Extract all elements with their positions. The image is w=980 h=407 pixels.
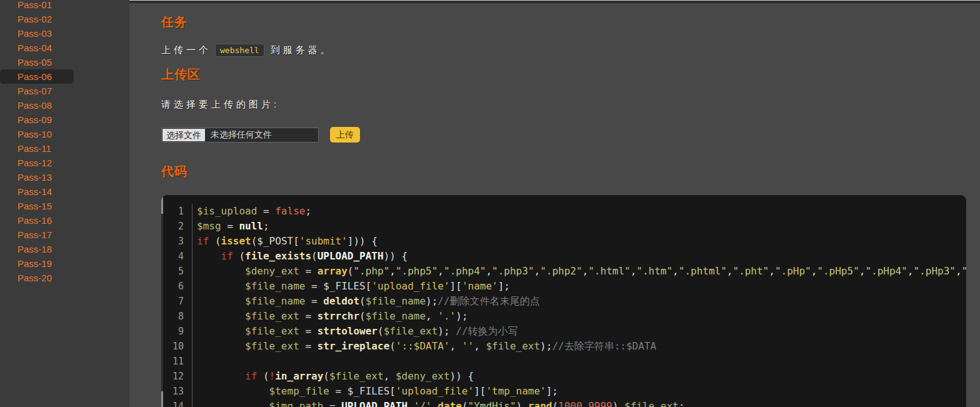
- sidebar-item-pass-18[interactable]: Pass-18: [0, 242, 129, 256]
- sidebar-item-pass-08[interactable]: Pass-08: [0, 98, 129, 113]
- sidebar-item-pass-20[interactable]: Pass-20: [0, 271, 129, 285]
- code-line: 4 if (file_exists(UPLOAD_PATH)) {: [161, 249, 966, 264]
- sidebar-item-pass-04[interactable]: Pass-04: [0, 41, 129, 55]
- code-text: $is_upload = false;: [197, 204, 311, 219]
- sidebar-item-pass-12[interactable]: Pass-12: [0, 156, 129, 170]
- line-number: 11: [161, 354, 192, 369]
- code-line: 5 $deny_ext = array(".php",".php5",".php…: [161, 264, 966, 279]
- sidebar-item-pass-11[interactable]: Pass-11: [0, 141, 129, 156]
- code-text: $msg = null;: [197, 219, 269, 234]
- line-number: 7: [161, 294, 192, 309]
- code-text: $temp_file = $_FILES['upload_file']['tmp…: [197, 384, 558, 399]
- line-number: 14: [161, 399, 192, 407]
- task-text: 上传一个 webshell 到服务器。: [161, 44, 980, 57]
- file-input[interactable]: 选择文件 未选择任何文件: [161, 128, 319, 143]
- sidebar-item-pass-19[interactable]: Pass-19: [0, 256, 129, 271]
- sidebar-item-pass-01[interactable]: Pass-01: [0, 0, 129, 12]
- code-text: $file_name = deldot($file_name);//删除文件名末…: [197, 294, 540, 309]
- upload-prompt: 请选择要上传的图片:: [161, 99, 980, 111]
- code-text: if (!in_array($file_ext, $deny_ext)) {: [197, 369, 474, 384]
- sidebar-item-pass-10[interactable]: Pass-10: [0, 127, 129, 141]
- code-block: 1$is_upload = false;2$msg = null;3if (is…: [161, 195, 966, 407]
- code-line: 6 $file_name = $_FILES['upload_file']['n…: [161, 279, 966, 294]
- sidebar-item-pass-17[interactable]: Pass-17: [0, 228, 129, 242]
- code-scrollbar-thumb-lower[interactable]: [161, 391, 163, 407]
- line-number: 3: [161, 234, 192, 249]
- sidebar-item-pass-16[interactable]: Pass-16: [0, 213, 129, 228]
- sidebar-item-pass-15[interactable]: Pass-15: [0, 199, 129, 213]
- code-text: $img_path = UPLOAD_PATH.'/'.date("YmdHis…: [197, 399, 684, 407]
- code-text: $file_ext = strtolower($file_ext); //转换为…: [197, 324, 518, 339]
- upload-heading: 上传区: [161, 66, 980, 83]
- sidebar-item-pass-03[interactable]: Pass-03: [0, 26, 129, 41]
- code-text: $file_name = $_FILES['upload_file']['nam…: [197, 279, 510, 294]
- code-line: 2$msg = null;: [161, 219, 966, 234]
- code-line: 1$is_upload = false;: [161, 204, 966, 219]
- sidebar-item-pass-09[interactable]: Pass-09: [0, 113, 129, 127]
- file-input-filename: 未选择任何文件: [206, 129, 272, 141]
- sidebar-nav: Pass-01Pass-02Pass-03Pass-04Pass-05Pass-…: [0, 0, 129, 285]
- line-number: 5: [161, 264, 192, 279]
- code-scrollbar-thumb[interactable]: [161, 195, 163, 214]
- line-number: 10: [161, 339, 192, 354]
- code-heading: 代码: [161, 163, 980, 180]
- line-number: 4: [161, 249, 192, 264]
- main-content: 任务 上传一个 webshell 到服务器。 上传区 请选择要上传的图片: 选择…: [129, 0, 980, 407]
- code-line: 13 $temp_file = $_FILES['upload_file']['…: [161, 384, 966, 399]
- code-text: $file_ext = str_ireplace('::$DATA', '', …: [197, 339, 656, 354]
- sidebar-item-pass-14[interactable]: Pass-14: [0, 184, 129, 199]
- code-text: if (isset($_POST['submit'])) {: [197, 234, 378, 249]
- task-text-before: 上传一个: [161, 44, 211, 56]
- sidebar-item-pass-13[interactable]: Pass-13: [0, 170, 129, 184]
- code-text: $deny_ext = array(".php",".php5",".php4"…: [197, 264, 966, 279]
- sidebar-item-pass-07[interactable]: Pass-07: [0, 84, 129, 98]
- code-line: 9 $file_ext = strtolower($file_ext); //转…: [161, 324, 966, 339]
- code-text: if (file_exists(UPLOAD_PATH)) {: [197, 249, 408, 264]
- line-number: 13: [161, 384, 192, 399]
- sidebar-item-pass-02[interactable]: Pass-02: [0, 12, 129, 26]
- upload-row: 选择文件 未选择任何文件 上传: [161, 127, 980, 143]
- code-line: 10 $file_ext = str_ireplace('::$DATA', '…: [161, 339, 966, 354]
- line-number: 1: [161, 204, 192, 219]
- choose-file-button[interactable]: 选择文件: [162, 129, 205, 141]
- code-line: 3if (isset($_POST['submit'])) {: [161, 234, 966, 249]
- line-number: 2: [161, 219, 192, 234]
- code-line: 11: [161, 354, 966, 369]
- line-number: 9: [161, 324, 192, 339]
- task-text-after: 到服务器。: [271, 44, 333, 56]
- code-line: 12 if (!in_array($file_ext, $deny_ext)) …: [161, 369, 966, 384]
- line-number: 8: [161, 309, 192, 324]
- webshell-chip: webshell: [215, 44, 264, 57]
- code-line: 7 $file_name = deldot($file_name);//删除文件…: [161, 294, 966, 309]
- code-line: 8 $file_ext = strrchr($file_name, '.');: [161, 309, 966, 324]
- task-heading: 任务: [161, 14, 980, 31]
- code-line: 14 $img_path = UPLOAD_PATH.'/'.date("Ymd…: [161, 399, 966, 407]
- line-number: 6: [161, 279, 192, 294]
- upload-button[interactable]: 上传: [330, 127, 360, 143]
- sidebar-item-pass-05[interactable]: Pass-05: [0, 55, 129, 69]
- sidebar: Pass-01Pass-02Pass-03Pass-04Pass-05Pass-…: [0, 0, 129, 407]
- line-number: 12: [161, 369, 192, 384]
- sidebar-item-pass-06[interactable]: Pass-06: [0, 69, 74, 84]
- code-scrollbar[interactable]: [161, 195, 163, 407]
- code-lines: 1$is_upload = false;2$msg = null;3if (is…: [161, 195, 966, 407]
- code-text: $file_ext = strrchr($file_name, '.');: [197, 309, 468, 324]
